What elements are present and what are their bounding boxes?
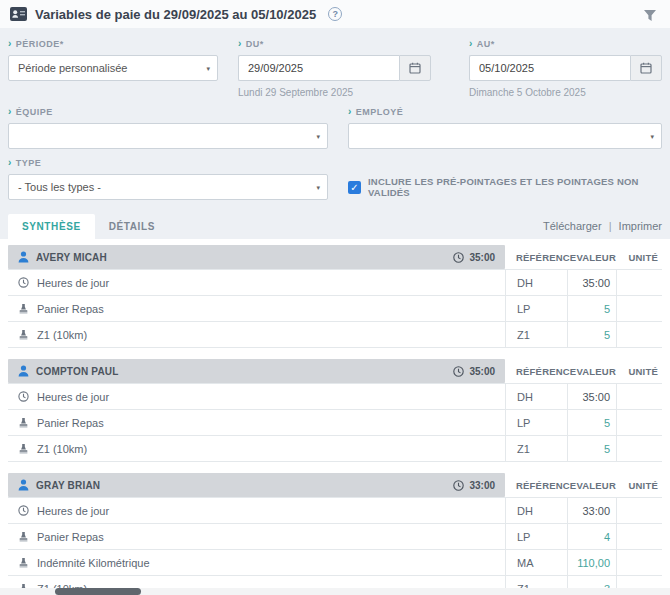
chevron-down-icon: ▾ bbox=[316, 133, 320, 141]
au-date-input[interactable] bbox=[469, 55, 630, 81]
horizontal-scrollbar[interactable] bbox=[0, 588, 670, 595]
employee-total-group: 35:00 bbox=[453, 252, 495, 263]
table-row: Indémnité Kilométrique MA 110,00 bbox=[8, 550, 662, 576]
tab-synthese[interactable]: SYNTHÈSE bbox=[8, 214, 95, 239]
row-label-cell: Heures de jour bbox=[8, 498, 505, 523]
unit-cell bbox=[616, 550, 662, 575]
include-checkbox[interactable]: ✓ bbox=[348, 181, 361, 194]
chevron-icon: › bbox=[238, 39, 242, 49]
du-date-input[interactable] bbox=[238, 55, 399, 81]
type-select[interactable]: - Tous les types - ▾ bbox=[8, 174, 328, 200]
table-row: Heures de jour DH 33:00 bbox=[8, 498, 662, 524]
value-cell: 5 bbox=[567, 296, 616, 321]
chevron-down-icon: ▾ bbox=[206, 65, 210, 73]
value-cell: 5 bbox=[567, 410, 616, 435]
equipe-label-row: › ÉQUIPE bbox=[8, 107, 328, 117]
stamp-icon bbox=[18, 417, 29, 428]
ref-cell: DH bbox=[505, 384, 567, 409]
table-actions: Télécharger | Imprimer bbox=[543, 220, 662, 239]
ref-cell: LP bbox=[505, 410, 567, 435]
row-label-cell: Heures de jour bbox=[8, 270, 505, 295]
employe-select[interactable]: ▾ bbox=[348, 123, 662, 149]
row-label-cell: Panier Repas bbox=[8, 410, 505, 435]
chevron-down-icon: ▾ bbox=[650, 133, 654, 141]
actions-separator: | bbox=[605, 220, 616, 232]
unit-cell bbox=[616, 436, 662, 461]
employee-section: AVERY MICAH 35:00 RÉFÉRENCE VALEUR UNITÉ… bbox=[8, 245, 662, 348]
ref-cell: Z1 bbox=[505, 322, 567, 347]
clock-icon bbox=[453, 480, 464, 491]
stamp-icon bbox=[18, 303, 29, 314]
periode-label-row: › PÉRIODE* bbox=[8, 39, 218, 49]
table-row: Z1 (10km) Z1 5 bbox=[8, 322, 662, 348]
clock-icon bbox=[453, 252, 464, 263]
employee-bar: AVERY MICAH 35:00 bbox=[8, 245, 505, 269]
row-label: Panier Repas bbox=[37, 531, 104, 543]
chevron-icon: › bbox=[8, 39, 12, 49]
row-label: Z1 (10km) bbox=[37, 329, 87, 341]
table-row: Panier Repas LP 5 bbox=[8, 296, 662, 322]
value-cell: 33:00 bbox=[567, 498, 616, 523]
tab-details[interactable]: DÉTAILS bbox=[95, 214, 169, 239]
table-row: Panier Repas LP 4 bbox=[8, 524, 662, 550]
unit-cell bbox=[616, 384, 662, 409]
column-header-reference: RÉFÉRENCE bbox=[505, 359, 567, 383]
row-label: Panier Repas bbox=[37, 303, 104, 315]
clock-icon bbox=[18, 277, 29, 288]
periode-label: PÉRIODE* bbox=[16, 39, 64, 49]
row-label: Indémnité Kilométrique bbox=[37, 557, 150, 569]
type-label-row: › TYPE bbox=[8, 158, 328, 168]
stamp-icon bbox=[18, 557, 29, 568]
du-hint: Lundi 29 Septembre 2025 bbox=[238, 87, 431, 98]
filter-icon[interactable] bbox=[643, 8, 657, 26]
unit-cell bbox=[616, 322, 662, 347]
employee-total-group: 35:00 bbox=[453, 366, 495, 377]
employee-bar: GRAY BRIAN 33:00 bbox=[8, 473, 505, 497]
employee-total: 35:00 bbox=[469, 366, 495, 377]
table-row: Heures de jour DH 35:00 bbox=[8, 384, 662, 410]
chevron-down-icon: ▾ bbox=[316, 184, 320, 192]
stamp-icon bbox=[18, 531, 29, 542]
person-icon bbox=[18, 251, 29, 263]
row-label: Heures de jour bbox=[37, 505, 109, 517]
au-label: AU* bbox=[477, 39, 495, 49]
employee-name: GRAY BRIAN bbox=[36, 480, 100, 491]
section-rows: Heures de jour DH 35:00 Panier Repas LP … bbox=[8, 383, 662, 462]
unit-cell bbox=[616, 296, 662, 321]
employee-name: COMPTON PAUL bbox=[36, 366, 119, 377]
row-label-cell: Heures de jour bbox=[8, 384, 505, 409]
stamp-icon bbox=[18, 443, 29, 454]
type-label: TYPE bbox=[16, 158, 42, 168]
section-header: AVERY MICAH 35:00 RÉFÉRENCE VALEUR UNITÉ bbox=[8, 245, 662, 269]
column-header-reference: RÉFÉRENCE bbox=[505, 473, 567, 497]
employee-total: 35:00 bbox=[469, 252, 495, 263]
row-label: Heures de jour bbox=[37, 277, 109, 289]
row-label-cell: Indémnité Kilométrique bbox=[8, 550, 505, 575]
column-header-valeur: VALEUR bbox=[567, 359, 616, 383]
au-calendar-button[interactable] bbox=[630, 55, 662, 81]
print-link[interactable]: Imprimer bbox=[619, 220, 662, 232]
equipe-select[interactable]: ▾ bbox=[8, 123, 328, 149]
employee-name: AVERY MICAH bbox=[36, 252, 107, 263]
employee-section: COMPTON PAUL 35:00 RÉFÉRENCE VALEUR UNIT… bbox=[8, 359, 662, 462]
download-link[interactable]: Télécharger bbox=[543, 220, 602, 232]
column-header-unite: UNITÉ bbox=[616, 245, 662, 269]
stamp-icon bbox=[18, 329, 29, 340]
employee-total: 33:00 bbox=[469, 480, 495, 491]
periode-select[interactable]: Période personnalisée ▾ bbox=[8, 55, 218, 81]
employee-section: GRAY BRIAN 33:00 RÉFÉRENCE VALEUR UNITÉ … bbox=[8, 473, 662, 595]
column-header-valeur: VALEUR bbox=[567, 245, 616, 269]
results-area: AVERY MICAH 35:00 RÉFÉRENCE VALEUR UNITÉ… bbox=[0, 239, 670, 595]
ref-cell: LP bbox=[505, 296, 567, 321]
chevron-icon: › bbox=[8, 107, 12, 117]
help-icon[interactable]: ? bbox=[328, 7, 342, 21]
du-calendar-button[interactable] bbox=[399, 55, 431, 81]
scrollbar-thumb[interactable] bbox=[55, 588, 141, 595]
value-cell: 5 bbox=[567, 322, 616, 347]
clock-icon bbox=[18, 505, 29, 516]
unit-cell bbox=[616, 524, 662, 549]
person-icon bbox=[18, 479, 29, 491]
id-badge-icon bbox=[10, 7, 27, 21]
equipe-label: ÉQUIPE bbox=[16, 107, 53, 117]
person-icon bbox=[18, 365, 29, 377]
